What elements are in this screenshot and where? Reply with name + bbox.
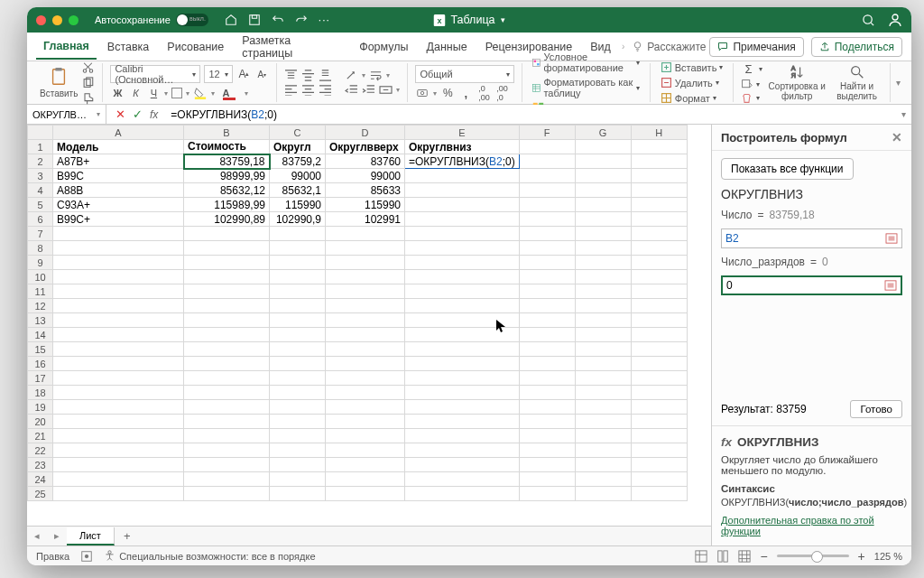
- italic-button[interactable]: К: [128, 86, 143, 100]
- cell[interactable]: 85633: [326, 183, 405, 198]
- save-icon[interactable]: [248, 14, 261, 26]
- range-picker-icon[interactable]: [884, 280, 897, 291]
- cell[interactable]: [631, 212, 687, 227]
- currency-icon[interactable]: [415, 86, 430, 100]
- col-header[interactable]: C: [270, 126, 326, 140]
- delete-cells-button[interactable]: Удалить▾: [658, 76, 726, 89]
- home-icon[interactable]: [225, 14, 237, 26]
- comments-button[interactable]: Примечания: [709, 37, 803, 57]
- cell[interactable]: [575, 183, 631, 198]
- zoom-slider[interactable]: [777, 555, 849, 557]
- cell[interactable]: [575, 154, 631, 169]
- cell[interactable]: A88B: [53, 183, 184, 198]
- tab-draw[interactable]: Рисование: [160, 35, 231, 59]
- col-header[interactable]: H: [631, 126, 687, 140]
- row-header[interactable]: 21: [28, 429, 53, 443]
- cell[interactable]: 85632,1: [270, 183, 326, 198]
- close-panel-icon[interactable]: ✕: [892, 130, 902, 144]
- cell[interactable]: [631, 169, 687, 183]
- row-header[interactable]: 1: [28, 140, 53, 154]
- cell[interactable]: [631, 183, 687, 198]
- tab-home[interactable]: Главная: [36, 34, 97, 60]
- col-header[interactable]: A: [53, 126, 184, 140]
- align-top-icon[interactable]: [284, 70, 298, 81]
- normal-view-icon[interactable]: [695, 550, 707, 563]
- undo-icon[interactable]: [272, 14, 284, 26]
- insert-cells-button[interactable]: Вставить▾: [658, 61, 726, 74]
- expand-formula-icon[interactable]: ▾: [896, 109, 911, 119]
- row-header[interactable]: 16: [28, 357, 53, 371]
- zoom-out-button[interactable]: −: [760, 549, 767, 564]
- cell[interactable]: [631, 140, 687, 154]
- cell[interactable]: [519, 140, 575, 154]
- increase-indent-icon[interactable]: [362, 84, 375, 96]
- format-table-button[interactable]: Форматировать как таблицу▾: [530, 76, 642, 99]
- align-left-icon[interactable]: [284, 84, 298, 96]
- row-header[interactable]: 11: [28, 284, 53, 299]
- share-button[interactable]: Поделиться: [811, 37, 902, 57]
- col-header[interactable]: G: [575, 126, 631, 140]
- document-title[interactable]: x Таблица ▾: [433, 14, 504, 26]
- cell[interactable]: 102990,9: [270, 212, 326, 227]
- tell-me[interactable]: Расскажите: [632, 41, 706, 53]
- show-all-functions-button[interactable]: Показать все функции: [721, 158, 854, 180]
- enter-icon[interactable]: ✓: [133, 107, 143, 121]
- cell[interactable]: 102991: [326, 212, 405, 227]
- comma-icon[interactable]: ,: [458, 86, 473, 100]
- row-header[interactable]: 20: [28, 415, 53, 429]
- cut-icon[interactable]: [81, 61, 95, 74]
- cell[interactable]: C93A+: [53, 198, 184, 212]
- underline-button[interactable]: Ч: [146, 86, 161, 100]
- page-break-icon[interactable]: [738, 550, 751, 563]
- increase-decimal-icon[interactable]: ,0,00: [476, 86, 491, 100]
- minimize-icon[interactable]: [52, 15, 62, 25]
- name-box[interactable]: ОКРУГЛВ…▾: [27, 105, 106, 124]
- row-header[interactable]: 2: [28, 154, 53, 169]
- row-header[interactable]: 15: [28, 342, 53, 357]
- accessibility-status[interactable]: Специальные возможности: все в порядке: [104, 550, 315, 562]
- maximize-icon[interactable]: [69, 15, 79, 25]
- next-sheet-icon[interactable]: ▸: [47, 530, 67, 542]
- tab-data[interactable]: Данные: [420, 35, 475, 59]
- row-header[interactable]: 3: [28, 169, 53, 183]
- row-header[interactable]: 10: [28, 270, 53, 284]
- conditional-format-button[interactable]: Условное форматирование▾: [530, 51, 642, 74]
- merge-icon[interactable]: [379, 84, 393, 96]
- cell[interactable]: 99000: [326, 169, 405, 183]
- orientation-icon[interactable]: [345, 70, 358, 81]
- zoom-level[interactable]: 125 %: [874, 551, 902, 562]
- shrink-font-icon[interactable]: A▾: [254, 67, 269, 81]
- cell[interactable]: [519, 183, 575, 198]
- cell[interactable]: [575, 169, 631, 183]
- row-header[interactable]: 22: [28, 443, 53, 458]
- clear-icon[interactable]: [741, 92, 753, 104]
- cell[interactable]: 98999,99: [184, 169, 270, 183]
- cell[interactable]: 85632,12: [184, 183, 270, 198]
- decrease-indent-icon[interactable]: [345, 84, 358, 96]
- range-picker-icon[interactable]: [885, 233, 898, 244]
- cell[interactable]: B99C+: [53, 212, 184, 227]
- cell[interactable]: 83759,2: [270, 154, 326, 169]
- align-bottom-icon[interactable]: [319, 70, 332, 81]
- arg1-input[interactable]: B2: [721, 228, 902, 248]
- col-header[interactable]: B: [184, 126, 270, 140]
- cell[interactable]: [519, 198, 575, 212]
- row-header[interactable]: 19: [28, 400, 53, 415]
- cell[interactable]: 115990: [326, 198, 405, 212]
- row-header[interactable]: 9: [28, 256, 53, 270]
- cell[interactable]: [519, 212, 575, 227]
- add-sheet-button[interactable]: +: [115, 527, 140, 545]
- row-header[interactable]: 17: [28, 371, 53, 386]
- font-size-select[interactable]: 12▾: [204, 65, 233, 83]
- row-header[interactable]: 12: [28, 299, 53, 313]
- close-icon[interactable]: [36, 15, 46, 25]
- cell[interactable]: [519, 169, 575, 183]
- cell[interactable]: 115990: [270, 198, 326, 212]
- redo-icon[interactable]: [295, 14, 308, 26]
- row-header[interactable]: 23: [28, 458, 53, 472]
- align-middle-icon[interactable]: [301, 70, 315, 81]
- cell[interactable]: Округл: [270, 140, 326, 154]
- autosave-toggle[interactable]: Автосохранение выкл.: [95, 14, 208, 26]
- align-center-icon[interactable]: [301, 84, 315, 96]
- more-icon[interactable]: ···: [319, 14, 330, 26]
